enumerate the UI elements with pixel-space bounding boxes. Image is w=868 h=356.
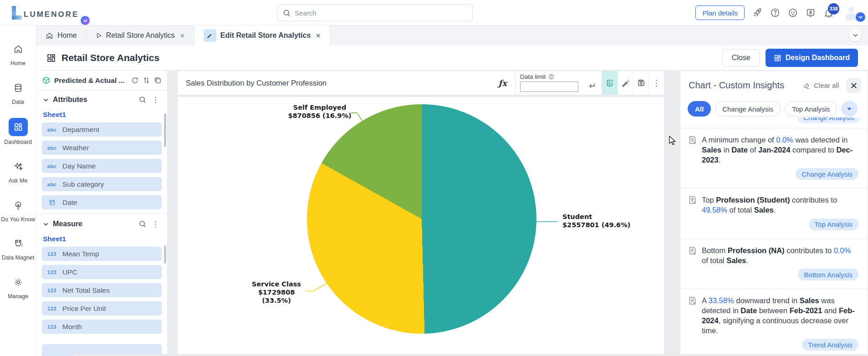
insight-card[interactable]: A minimum change of 0.0% was detected in… — [680, 128, 868, 184]
design-dashboard-button[interactable]: Design Dashboard — [766, 49, 858, 67]
field-department[interactable]: abc Department — [42, 122, 162, 137]
search-icon[interactable] — [139, 220, 146, 228]
kebab-menu-icon[interactable]: ⋮ — [150, 219, 161, 229]
nav-item-home[interactable]: Home — [1, 41, 36, 67]
chevron-down-icon[interactable] — [43, 97, 49, 103]
insight-type-badge: Top Analysis — [809, 219, 858, 230]
close-tab-icon[interactable]: ✕ — [316, 32, 321, 39]
note-icon — [688, 195, 697, 215]
nav-item-dashboard[interactable]: Dashboard — [1, 118, 36, 146]
search-icon — [283, 9, 291, 17]
whats-new-rocket-icon[interactable] — [752, 8, 762, 18]
calendar-icon — [46, 199, 57, 206]
note-icon — [688, 246, 697, 266]
nav-item-data[interactable]: Data — [1, 80, 36, 106]
dashboard-grid-icon — [9, 118, 28, 136]
chip-change-analysis[interactable]: Change Analysis — [715, 101, 781, 117]
attributes-section-header: Attributes ⋮ — [36, 91, 167, 109]
global-search[interactable] — [277, 4, 473, 21]
pie-label-service-class: Service Class $1729808 (33.5%) — [247, 280, 306, 305]
home-icon — [9, 41, 27, 57]
insight-type-badge: Bottom Analysis — [798, 269, 858, 280]
collapse-tabs-button[interactable] — [849, 29, 862, 41]
user-avatar[interactable] — [842, 3, 862, 23]
chevron-down-icon[interactable] — [43, 221, 49, 227]
apply-enter-icon[interactable]: ↵ — [589, 81, 596, 91]
chart-widget: Sales Distribution by Customer Professio… — [177, 71, 664, 356]
plan-details-button[interactable]: Plan details — [695, 5, 745, 20]
save-button[interactable] — [633, 71, 648, 95]
more-options-button[interactable]: ⋮ — [648, 71, 664, 95]
nav-item-do-you-know[interactable]: Do You Know — [1, 197, 36, 224]
chip-top-analysis[interactable]: Top Analysis — [785, 101, 837, 117]
tab-retail-store-analytics[interactable]: Retail Store Analytics ✕ — [87, 25, 194, 46]
sort-icon[interactable] — [143, 76, 150, 84]
ai-badge: AI — [81, 16, 90, 25]
insight-card[interactable]: Bottom Profession (NA) contributes to 0.… — [680, 239, 868, 285]
custom-insights-button[interactable] — [602, 71, 618, 95]
search-input[interactable] — [295, 9, 467, 17]
insight-filter-chips: All Change Analysis Top Analysis — [680, 96, 868, 117]
field-month[interactable]: 123 Month — [42, 320, 162, 334]
data-limit-input[interactable] — [520, 81, 578, 92]
123-type-icon: 123 — [46, 306, 57, 311]
data-limit-label: Data limit — [520, 73, 546, 80]
account-chevron-down-icon[interactable] — [856, 12, 865, 22]
close-panel-button[interactable] — [846, 78, 861, 93]
more-filters-chevron[interactable] — [841, 101, 858, 117]
data-limit-control: Data limit — [515, 71, 583, 95]
search-icon[interactable] — [139, 96, 146, 103]
field-upc[interactable]: 123 UPC — [42, 265, 162, 279]
insight-card[interactable]: Top Profession (Student) contributes to … — [680, 188, 868, 235]
formula-fx-icon[interactable]: ƒx — [499, 78, 507, 88]
123-type-icon: 123 — [46, 270, 57, 275]
play-icon — [96, 32, 102, 39]
layers-icon[interactable] — [154, 76, 162, 84]
panel-scrollbar[interactable] — [164, 113, 166, 147]
nav-item-ask-me[interactable]: Ask Me — [1, 158, 36, 185]
fields-panel: Predicted & Actual ... Attribut — [36, 71, 168, 356]
insight-card[interactable]: A 33.58% downward trend in Sales was det… — [680, 289, 868, 355]
tab-home[interactable]: Home — [36, 25, 87, 46]
123-type-icon: 123 — [46, 288, 57, 293]
abc-type-icon: abc — [46, 182, 57, 187]
attributes-sheet-link[interactable]: Sheet1 — [36, 109, 167, 122]
feedback-icon[interactable] — [806, 8, 816, 18]
insight-type-badge: Change Analysis — [796, 168, 858, 180]
database-icon — [9, 80, 27, 96]
field-net-total-sales[interactable]: 123 Net Total Sales — [42, 283, 162, 297]
panel-scrollbar[interactable] — [164, 245, 166, 264]
field-day-name[interactable]: abc Day Name — [42, 159, 162, 173]
pie-chart[interactable] — [307, 104, 536, 334]
field-date[interactable]: Date — [42, 195, 162, 209]
field-weather[interactable]: abc Weather — [42, 141, 162, 155]
clear-all-button[interactable]: Clear all — [803, 81, 839, 89]
brand-name: LUMENORE — [24, 10, 79, 20]
measure-section-header: Measure ⋮ — [36, 215, 167, 233]
kebab-menu-icon[interactable]: ⋮ — [150, 95, 161, 105]
dashboard-title-bar: Retail Store Analytics Close Design Dash… — [36, 46, 868, 71]
home-icon — [46, 32, 53, 40]
notifications-bell-icon[interactable]: 338 — [823, 8, 834, 18]
123-type-icon: 123 — [46, 324, 57, 330]
field-sub-category[interactable]: abc Sub category — [42, 177, 162, 191]
nav-item-data-magnet[interactable]: Data Magnet — [1, 235, 36, 262]
insight-type-badge: Trend Analysis — [802, 339, 858, 351]
sparkles-icon — [9, 158, 27, 175]
tab-edit-retail-store-analytics[interactable]: Edit Retail Store Analytics ✕ — [194, 25, 330, 46]
assistant-icon[interactable] — [788, 8, 798, 18]
lumenore-logo[interactable]: LUMENORE AI — [12, 6, 79, 20]
refresh-icon[interactable] — [131, 76, 139, 84]
close-tab-icon[interactable]: ✕ — [180, 32, 185, 39]
close-button[interactable]: Close — [722, 49, 760, 66]
measure-sheet-link[interactable]: Sheet1 — [36, 233, 167, 247]
magic-wand-button[interactable] — [618, 71, 633, 95]
info-icon[interactable] — [548, 74, 554, 80]
field-price-per-unit[interactable]: 123 Price Per Unit — [42, 301, 162, 315]
chip-all[interactable]: All — [688, 101, 711, 117]
note-icon — [688, 296, 697, 336]
help-icon[interactable] — [770, 8, 780, 18]
left-navigation: Home Data Dashboard Ask Me Do You Know — [0, 25, 36, 356]
field-mean-temp[interactable]: 123 Mean Temp — [42, 247, 162, 261]
nav-item-manage[interactable]: Manage — [1, 274, 36, 300]
